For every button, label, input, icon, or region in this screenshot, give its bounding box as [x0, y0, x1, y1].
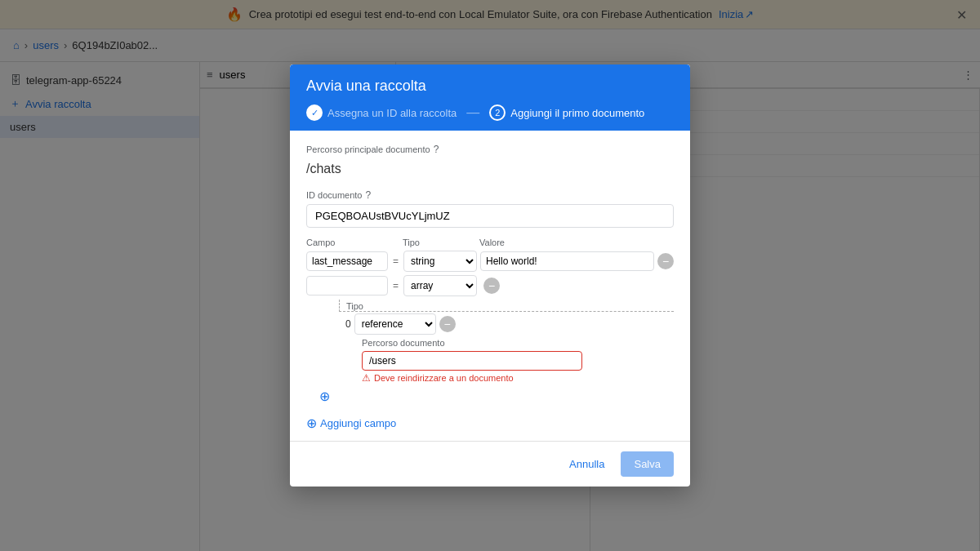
array-index: 0 [345, 318, 351, 330]
plus-circle-icon: ⊕ [319, 389, 330, 404]
array-item-row: Tipo 0 string number boolean map array n… [332, 300, 674, 384]
array-item-type-select[interactable]: string number boolean map array null tim… [354, 313, 436, 335]
doc-path-section: Percorso documento ⚠ Deve reindirizzare … [362, 338, 674, 384]
add-icon: ⊕ [306, 415, 317, 431]
dialog-title: Avvia una raccolta [306, 78, 674, 95]
help-icon[interactable]: ? [434, 144, 439, 155]
error-message: ⚠ Deve reindirizzare a un documento [362, 372, 674, 384]
doc-path-display: /chats [306, 158, 674, 180]
dialog-header: Avvia una raccolta ✓ Assegna un ID alla … [290, 64, 690, 131]
field-row-2: = string number boolean map array null t… [306, 275, 674, 296]
step-2: 2 Aggiungi il primo documento [489, 104, 644, 121]
save-button[interactable]: Salva [621, 451, 674, 477]
array-item-remove-button[interactable]: − [439, 316, 456, 332]
field-row-1: = string number boolean map array null t… [306, 251, 674, 272]
field-1-name-input[interactable] [306, 251, 388, 271]
array-item-controls: 0 string number boolean map array null t… [345, 313, 674, 335]
field-1-remove-button[interactable]: − [657, 253, 674, 269]
error-icon: ⚠ [362, 372, 371, 384]
doc-id-help-icon[interactable]: ? [365, 189, 371, 201]
step-1: ✓ Assegna un ID alla raccolta [306, 104, 457, 121]
fields-section: Campo Tipo Valore = string number boolea… [306, 238, 674, 434]
dialog-steps: ✓ Assegna un ID alla raccolta — 2 Aggiun… [306, 104, 674, 121]
field-1-type-select[interactable]: string number boolean map array null tim… [403, 251, 477, 272]
dialog-footer: Annulla Salva [290, 441, 690, 487]
step-2-label: Aggiungi il primo documento [510, 107, 644, 119]
doc-path-label: Percorso principale documento ? [306, 144, 674, 155]
dialog: Avvia una raccolta ✓ Assegna un ID alla … [290, 64, 690, 487]
field-1-value-input[interactable] [480, 251, 654, 271]
array-item-field-row: Tipo [346, 301, 363, 311]
field-tipo-label: Tipo [346, 301, 363, 311]
field-2-name-input[interactable] [306, 276, 388, 295]
step-1-label: Assegna un ID alla raccolta [327, 107, 457, 119]
dialog-body: Percorso principale documento ? /chats I… [290, 131, 690, 441]
field-2-type-select[interactable]: string number boolean map array null tim… [403, 275, 477, 296]
doc-path-field-input[interactable] [362, 351, 582, 371]
cancel-button[interactable]: Annulla [559, 451, 614, 477]
step-separator: — [466, 105, 479, 120]
field-2-remove-button[interactable]: − [483, 278, 500, 294]
fields-header: Campo Tipo Valore [306, 238, 674, 247]
modal-overlay: Avvia una raccolta ✓ Assegna un ID alla … [0, 0, 980, 551]
doc-id-label: ID documento ? [306, 189, 674, 201]
step-1-circle: ✓ [306, 104, 323, 121]
step-2-circle: 2 [489, 104, 506, 121]
doc-id-input[interactable] [306, 204, 674, 228]
add-field-button[interactable]: ⊕ Aggiungi campo [306, 412, 396, 434]
doc-path-field-label: Percorso documento [362, 338, 674, 348]
add-item-button[interactable]: ⊕ [319, 387, 330, 406]
